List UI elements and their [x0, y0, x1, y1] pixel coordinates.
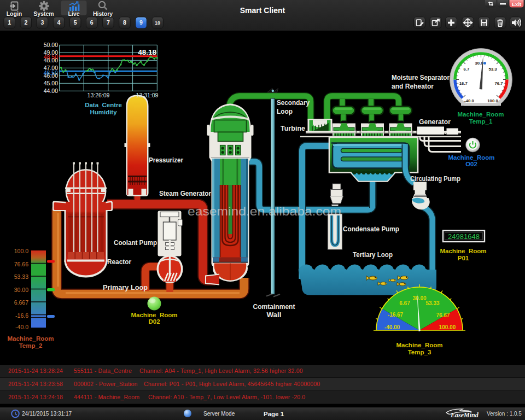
svg-text:7: 7	[107, 19, 110, 26]
svg-text:-16.6: -16.6	[15, 312, 28, 319]
svg-text:30.00: 30.00	[14, 287, 28, 293]
svg-text:Machine_Room: Machine_Room	[8, 335, 54, 342]
svg-text:Machine_Room: Machine_Room	[458, 111, 504, 118]
svg-text:13:26:09: 13:26:09	[88, 92, 110, 98]
svg-text:Coolant Pump: Coolant Pump	[114, 238, 157, 247]
svg-text:Tertiary Loop: Tertiary Loop	[353, 250, 393, 259]
svg-text:Wall: Wall	[267, 311, 282, 319]
svg-text:76.67: 76.67	[436, 312, 450, 318]
svg-text:48.50: 48.50	[44, 54, 58, 60]
svg-text:5: 5	[74, 19, 77, 26]
svg-text:Turbine: Turbine	[281, 124, 305, 132]
svg-text:Machine_Room: Machine_Room	[440, 248, 487, 254]
svg-text:-16.7: -16.7	[458, 81, 468, 86]
svg-text:-40.0: -40.0	[464, 98, 474, 103]
svg-text:-40.00: -40.00	[384, 324, 400, 330]
svg-text:Pressurizer: Pressurizer	[149, 156, 183, 164]
svg-text:Steam Generator: Steam Generator	[159, 189, 211, 197]
svg-text:Server Mode: Server Mode	[203, 411, 235, 417]
svg-text:Moisture Separator: Moisture Separator	[392, 73, 450, 81]
svg-text:Temp_2: Temp_2	[19, 342, 43, 349]
svg-text:EaseMind: EaseMind	[450, 411, 479, 419]
svg-text:76.7: 76.7	[494, 81, 503, 86]
svg-text:30.00: 30.00	[412, 295, 426, 301]
svg-text:Secondary: Secondary	[277, 98, 310, 107]
svg-text:P01: P01	[458, 255, 469, 261]
svg-text:easemind.en.alibaba.com: easemind.en.alibaba.com	[188, 205, 341, 218]
svg-text:Condensate Pump: Condensate Pump	[343, 225, 399, 233]
svg-text:Circulating Pump: Circulating Pump	[410, 174, 460, 183]
svg-text:-40.0: -40.0	[15, 324, 28, 330]
svg-text:24981648: 24981648	[448, 232, 480, 241]
svg-text:Reactor: Reactor	[107, 258, 131, 266]
svg-text:45.00: 45.00	[44, 80, 58, 86]
svg-text:100.00: 100.00	[439, 324, 456, 330]
svg-text:100.0: 100.0	[14, 248, 28, 254]
svg-text:53.33: 53.33	[425, 300, 439, 306]
svg-text:Data_Centre: Data_Centre	[85, 102, 122, 108]
svg-text:-16.67: -16.67	[388, 312, 404, 318]
svg-text:76.66: 76.66	[14, 261, 28, 267]
svg-text:Page 1: Page 1	[264, 411, 284, 417]
svg-text:53.3: 53.3	[488, 67, 497, 72]
svg-text:6.7: 6.7	[464, 67, 470, 72]
svg-text:53.33: 53.33	[14, 273, 28, 280]
svg-text:6: 6	[90, 19, 94, 26]
svg-text:Loop: Loop	[277, 107, 293, 115]
svg-text:Humidity: Humidity	[90, 109, 117, 115]
svg-text:Version : 1.0.5: Version : 1.0.5	[487, 411, 522, 417]
svg-text:6.667: 6.667	[14, 299, 28, 306]
svg-text:46.50: 46.50	[44, 69, 58, 76]
svg-text:2: 2	[24, 19, 27, 26]
svg-text:Temp_3: Temp_3	[408, 349, 431, 355]
svg-text:Machine_Room: Machine_Room	[131, 312, 178, 318]
svg-text:Primary Loop: Primary Loop	[103, 283, 148, 291]
svg-text:13:31:09: 13:31:09	[136, 92, 159, 98]
svg-text:24/11/2015 13:31:17: 24/11/2015 13:31:17	[22, 411, 72, 417]
svg-text:1: 1	[8, 19, 11, 26]
svg-text:44.00: 44.00	[44, 88, 58, 94]
svg-text:Exit: Exit	[512, 1, 522, 7]
svg-text:O02: O02	[465, 161, 477, 167]
svg-text:50.00: 50.00	[44, 42, 58, 48]
svg-text:Comtainment: Comtainment	[253, 302, 296, 311]
svg-text:and Reheator: and Reheator	[392, 82, 434, 90]
svg-text:100.0: 100.0	[487, 98, 498, 103]
svg-text:4: 4	[57, 19, 61, 26]
svg-text:Generator: Generator	[419, 118, 451, 126]
svg-text:10: 10	[155, 20, 160, 26]
svg-text:Machine_Room: Machine_Room	[396, 342, 443, 348]
svg-text:9: 9	[139, 19, 143, 26]
svg-text:48.18: 48.18	[138, 48, 156, 56]
svg-text:Machine_Room: Machine_Room	[448, 154, 495, 161]
svg-text:6.67: 6.67	[399, 300, 410, 306]
svg-text:Temp_1: Temp_1	[469, 118, 493, 125]
svg-text:8: 8	[123, 19, 126, 26]
svg-text:3: 3	[40, 19, 44, 26]
svg-text:D02: D02	[148, 318, 160, 325]
